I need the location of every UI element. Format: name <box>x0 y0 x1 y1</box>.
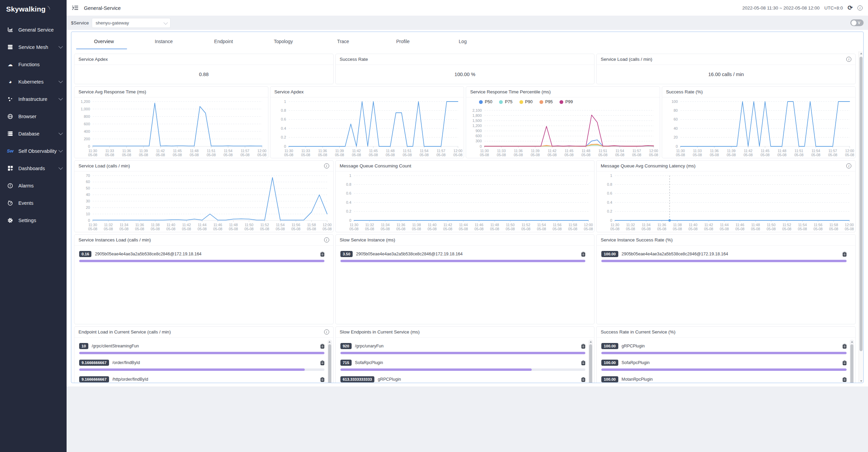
sidebar-item-alarms[interactable]: Alarms <box>0 177 67 194</box>
info-icon[interactable]: i <box>324 237 329 242</box>
copy-icon[interactable] <box>320 377 324 382</box>
svg-text:05-08: 05-08 <box>565 153 574 157</box>
tab-overview[interactable]: Overview <box>74 32 134 51</box>
svg-text:05-08: 05-08 <box>156 153 165 157</box>
svg-text:1,800: 1,800 <box>472 113 482 117</box>
copy-icon[interactable] <box>581 252 585 257</box>
svg-text:05-08: 05-08 <box>323 227 332 231</box>
tab-trace[interactable]: Trace <box>313 32 373 51</box>
cards-area: Service Apdex 0.88 Success Rate 100.00 %… <box>71 51 863 383</box>
copy-icon[interactable] <box>843 344 847 349</box>
tab-log[interactable]: Log <box>433 32 493 51</box>
sidebar-item-functions[interactable]: ☁ Functions <box>0 56 67 73</box>
sidebar-item-infrastructure[interactable]: Infrastructure <box>0 90 67 108</box>
scroll-up-icon[interactable] <box>588 340 593 344</box>
sidebar-item-database[interactable]: Database <box>0 125 67 142</box>
info-icon[interactable]: i <box>324 329 329 335</box>
copy-icon[interactable] <box>320 360 324 365</box>
svg-text:1: 1 <box>284 100 286 104</box>
copy-icon[interactable] <box>843 252 847 257</box>
legend-item[interactable]: P95 <box>539 100 553 104</box>
svg-text:05-08: 05-08 <box>459 227 468 231</box>
svg-text:11:50: 11:50 <box>506 223 515 227</box>
metric-list: 10/grpc/clientStreamingFun9.1666666667/o… <box>74 338 333 383</box>
svg-text:1,500: 1,500 <box>472 119 482 123</box>
svg-text:11:44: 11:44 <box>198 223 207 227</box>
tab-profile[interactable]: Profile <box>373 32 433 51</box>
main: General-Service 2022-05-08 11:30 ~ 2022-… <box>67 0 868 452</box>
metric-bar <box>79 368 324 371</box>
svg-text:05-08: 05-08 <box>548 153 557 157</box>
sidebar-item-service-mesh[interactable]: Service Mesh <box>0 38 67 56</box>
copy-icon[interactable] <box>320 252 324 257</box>
sidebar-item-kubernetes[interactable]: ◕ Kubernetes <box>0 73 67 90</box>
collapse-sidebar-icon[interactable] <box>72 5 78 10</box>
svg-text:1,200: 1,200 <box>472 124 482 128</box>
legend-label: P95 <box>545 100 553 104</box>
info-icon[interactable]: i <box>846 57 851 62</box>
refresh-icon[interactable]: ⟳ <box>848 5 853 11</box>
copy-icon[interactable] <box>320 344 324 349</box>
timezone[interactable]: UTC+8:0 <box>825 5 843 11</box>
sidebar-item-settings[interactable]: Settings <box>0 212 67 229</box>
card-scrollbar <box>327 340 332 383</box>
edit-mode-toggle[interactable]: V <box>850 19 864 26</box>
scrollbar-thumb[interactable] <box>860 57 863 351</box>
svg-text:11:54: 11:54 <box>276 223 285 227</box>
svg-text:05-08: 05-08 <box>490 227 499 231</box>
copy-icon[interactable] <box>843 360 847 365</box>
svg-text:0.4: 0.4 <box>281 126 286 130</box>
copy-icon[interactable] <box>843 377 847 382</box>
svg-text:05-08: 05-08 <box>105 153 114 157</box>
scroll-up-icon[interactable] <box>859 51 863 55</box>
info-icon[interactable]: i <box>846 163 851 168</box>
svg-text:11:33: 11:33 <box>105 149 114 153</box>
tab-topology[interactable]: Topology <box>253 32 313 51</box>
sidebar-item-browser[interactable]: Browser <box>0 108 67 125</box>
scrollbar-thumb[interactable] <box>850 344 853 383</box>
svg-text:900: 900 <box>476 129 482 133</box>
sidebar-item-events[interactable]: Events <box>0 194 67 212</box>
svg-text:11:45: 11:45 <box>565 149 573 153</box>
legend-item[interactable]: P75 <box>499 100 512 104</box>
scroll-down-icon[interactable] <box>859 379 863 383</box>
svg-text:05-08: 05-08 <box>88 227 98 231</box>
tab-instance[interactable]: Instance <box>134 32 194 51</box>
legend-item[interactable]: P90 <box>519 100 533 104</box>
value-badge: 10 <box>79 343 88 349</box>
events-icon <box>6 200 14 206</box>
chart-svg: 02004006008001,0001,20011:3005-0811:3305… <box>74 97 268 158</box>
time-range[interactable]: 2022-05-08 11:30 ~ 2022-05-08 12:00 <box>742 5 820 11</box>
sidebar-item-general-service[interactable]: General Service <box>0 21 67 38</box>
legend-item[interactable]: P50 <box>479 100 492 104</box>
metric-bar <box>601 260 847 262</box>
toggle-knob <box>851 20 856 25</box>
copy-icon[interactable] <box>581 344 585 349</box>
sidebar-item-dashboards[interactable]: Dashboards <box>0 160 67 177</box>
info-icon[interactable]: i <box>324 163 329 168</box>
sidebar-item-self-observability[interactable]: Sw Self Observability <box>0 142 67 160</box>
svg-text:05-08: 05-08 <box>649 153 658 157</box>
service-select[interactable]: shenyu-gateway <box>92 18 171 28</box>
svg-text:05-08: 05-08 <box>689 227 698 231</box>
list-card-slow-service-instance: Slow Service Instance (ms) 3.502905b05ea… <box>335 234 595 324</box>
sidebar-item-label: Service Mesh <box>18 44 48 50</box>
svg-text:05-08: 05-08 <box>365 227 374 231</box>
svg-text:10: 10 <box>86 212 90 216</box>
svg-text:05-08: 05-08 <box>676 153 685 157</box>
svg-text:05-08: 05-08 <box>829 227 838 231</box>
metric-card-service-load: Service Load (calls / min) i 16.00 calls… <box>596 54 856 84</box>
scroll-up-icon[interactable] <box>850 340 854 344</box>
copy-icon[interactable] <box>581 360 585 365</box>
list-item-label: /grpc/clientStreamingFun <box>92 344 139 348</box>
scroll-up-icon[interactable] <box>327 340 332 344</box>
tab-endpoint[interactable]: Endpoint <box>194 32 253 51</box>
scrollbar-thumb[interactable] <box>589 344 592 383</box>
scrollbar-thumb[interactable] <box>328 344 331 383</box>
svg-text:11:32: 11:32 <box>626 223 635 227</box>
legend-item[interactable]: P99 <box>560 100 573 104</box>
copy-icon[interactable] <box>581 377 585 382</box>
svg-text:05-08: 05-08 <box>213 227 223 231</box>
info-icon[interactable]: i <box>857 5 863 11</box>
value-badge: 0.16 <box>79 251 91 257</box>
